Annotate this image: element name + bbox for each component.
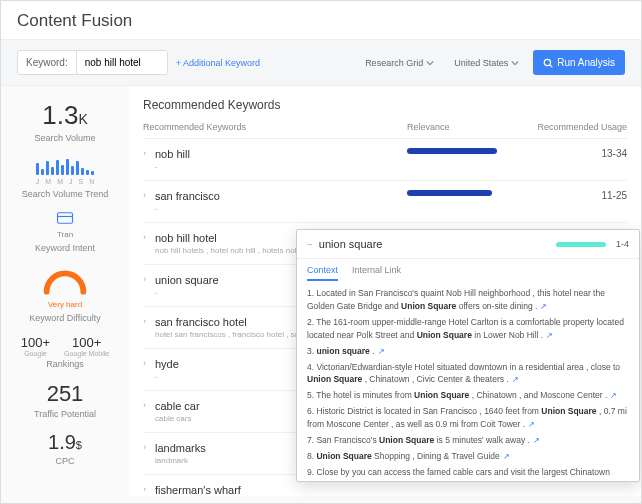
external-link-icon[interactable]: ↗ (533, 436, 540, 445)
research-grid-label: Research Grid (365, 58, 423, 68)
keyword-input[interactable] (77, 51, 167, 74)
tab-context[interactable]: Context (307, 265, 338, 281)
traffic-label: Traffic Potential (9, 409, 121, 419)
popup-body: 1. Located in San Francisco's quaint Nob… (297, 281, 639, 481)
context-item: 2. The 161-room upper-middle-range Hotel… (307, 316, 629, 342)
svg-rect-2 (58, 213, 73, 224)
chevron-right-icon: › (143, 190, 155, 200)
spark-bar (86, 170, 89, 175)
keyword-detail-popup: − union square 1-4 Context Internal Link… (296, 229, 640, 482)
country-label: United States (454, 58, 508, 68)
keyword-variants: - (155, 162, 407, 171)
context-item: 8. Union Square Shopping , Dining & Trav… (307, 450, 629, 463)
keyword-usage: 13-34 (517, 148, 627, 159)
spark-bar (91, 171, 94, 175)
add-keyword-link[interactable]: + Additional Keyword (176, 58, 260, 68)
rank-mobile-value: 100+ (64, 335, 109, 350)
spark-bar (66, 159, 69, 175)
difficulty-label: Keyword Difficulty (9, 313, 121, 323)
run-analysis-label: Run Analysis (557, 57, 615, 68)
page-title: Content Fusion (17, 11, 625, 31)
rank-google-value: 100+ (21, 335, 50, 350)
chevron-down-icon (511, 59, 519, 67)
run-analysis-button[interactable]: Run Analysis (533, 50, 625, 75)
spark-bar (56, 160, 59, 175)
external-link-icon[interactable]: ↗ (528, 420, 535, 429)
keyword-group: Keyword: (17, 50, 168, 75)
intent-value: Tran (9, 230, 121, 239)
popup-usage: 1-4 (616, 239, 629, 249)
intent-icon (56, 211, 74, 225)
svg-line-1 (550, 64, 553, 67)
country-dropdown[interactable]: United States (448, 54, 525, 72)
spark-bar (46, 161, 49, 175)
chevron-down-icon (426, 59, 434, 67)
external-link-icon[interactable]: ↗ (540, 302, 547, 311)
spark-bar (76, 161, 79, 175)
tab-internal-link[interactable]: Internal Link (352, 265, 401, 281)
research-grid-dropdown[interactable]: Research Grid (359, 54, 440, 72)
cpc-label: CPC (9, 456, 121, 466)
toolbar: Keyword: + Additional Keyword Research G… (1, 40, 641, 86)
sidebar: 1.3K Search Volume JMMJSN Search Volume … (1, 86, 129, 496)
context-item: 9. Close by you can access the famed cab… (307, 466, 629, 481)
chevron-right-icon: › (143, 484, 155, 494)
rankings: 100+ Google 100+ Google Mobile (9, 335, 121, 357)
trend-sparkline (9, 155, 121, 175)
external-link-icon[interactable]: ↗ (378, 347, 385, 356)
keyword-name: fisherman's wharf (155, 484, 407, 496)
spark-bar (36, 163, 39, 175)
search-volume-value: 1.3K (9, 100, 121, 131)
keyword-name: san francisco (155, 190, 407, 202)
keyword-usage: 11-25 (517, 190, 627, 201)
table-header: Recommended Keywords Relevance Recommend… (143, 122, 627, 139)
search-volume-label: Search Volume (9, 133, 121, 143)
keyword-variants: - (155, 204, 407, 213)
spark-bar (61, 165, 64, 175)
chevron-right-icon: › (143, 442, 155, 452)
spark-bar (41, 169, 44, 175)
chevron-right-icon: › (143, 316, 155, 326)
external-link-icon[interactable]: ↗ (546, 331, 553, 340)
keyword-label: Keyword: (18, 51, 77, 74)
rank-mobile-label: Google Mobile (64, 350, 109, 357)
context-item: 3. union square .↗ (307, 345, 629, 358)
difficulty-gauge-icon (40, 265, 90, 295)
spark-bar (51, 167, 54, 175)
trend-label: Search Volume Trend (9, 189, 121, 199)
context-item: 7. San Francisco's Union Square is 5 min… (307, 434, 629, 447)
chevron-right-icon: › (143, 400, 155, 410)
spark-bar (81, 168, 84, 175)
context-item: 4. Victorian/Edwardian-style Hotel situa… (307, 361, 629, 387)
section-title: Recommended Keywords (143, 98, 627, 112)
chevron-right-icon: › (143, 274, 155, 284)
external-link-icon[interactable]: ↗ (610, 391, 617, 400)
keyword-row[interactable]: ›nob hill-13-34 (143, 139, 627, 181)
external-link-icon[interactable]: ↗ (503, 452, 510, 461)
popup-title: union square (319, 238, 556, 250)
traffic-value: 251 (9, 381, 121, 407)
chevron-right-icon: › (143, 148, 155, 158)
difficulty-value: Very hard (9, 300, 121, 309)
spark-bar (71, 166, 74, 175)
context-item: 6. Historic District is located in San F… (307, 405, 629, 431)
relevance-bar (407, 148, 497, 154)
collapse-icon[interactable]: − (307, 239, 313, 250)
chevron-right-icon: › (143, 232, 155, 242)
search-icon (543, 58, 553, 68)
chevron-right-icon: › (143, 358, 155, 368)
svg-point-0 (544, 59, 550, 65)
context-item: 1. Located in San Francisco's quaint Nob… (307, 287, 629, 313)
keyword-row[interactable]: ›san francisco-11-25 (143, 181, 627, 223)
intent-label: Keyword Intent (9, 243, 121, 253)
rankings-label: Rankings (9, 359, 121, 369)
col-usage: Recommended Usage (517, 122, 627, 132)
relevance-bar (407, 190, 492, 196)
external-link-icon[interactable]: ↗ (512, 375, 519, 384)
context-item: 5. The hotel is minutes from Union Squar… (307, 389, 629, 402)
cpc-value: 1.9$ (9, 431, 121, 454)
keyword-name: nob hill (155, 148, 407, 160)
rank-google-label: Google (21, 350, 50, 357)
col-relevance: Relevance (407, 122, 517, 132)
col-keywords: Recommended Keywords (143, 122, 407, 132)
